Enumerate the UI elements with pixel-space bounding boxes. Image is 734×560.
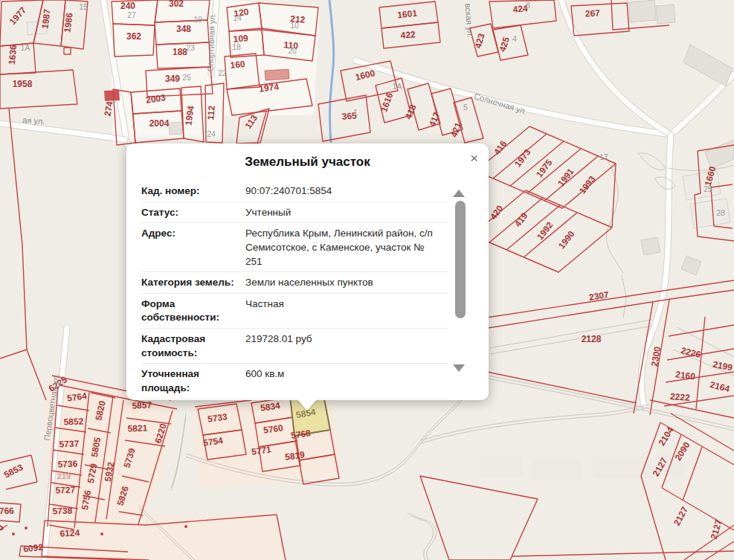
address-number-label: 24 xyxy=(207,129,216,138)
popup-field-list: Кад. номер: 90:07:240701:5854 Статус: Уч… xyxy=(141,181,448,400)
parcel-number-label: 348 xyxy=(176,24,191,34)
parcel-number-label: 2127 xyxy=(709,518,724,541)
parcel-boundary xyxy=(22,245,27,350)
parcel-number-label: 0 xyxy=(0,523,7,533)
parcel-number-label: 2222 xyxy=(669,391,690,403)
watermark-blob xyxy=(480,455,523,477)
parcel-boundary xyxy=(493,25,528,60)
scrollbar-thumb[interactable] xyxy=(455,201,466,318)
address-number-label: 15 xyxy=(79,2,88,11)
parcel-boundary xyxy=(571,3,629,36)
parcel-number-label: 267 xyxy=(585,7,600,19)
parcel-number-label: 160 xyxy=(230,59,246,71)
parcel-number-label: 1986 xyxy=(62,12,74,33)
parcel-boundary xyxy=(0,455,31,463)
address-number-label: 1 xyxy=(353,108,358,117)
map-line xyxy=(491,326,653,354)
parcel-boundary xyxy=(641,476,666,560)
track-line xyxy=(171,413,186,488)
parcel-boundary xyxy=(684,525,734,560)
popup-row: Форма собственности: Частная xyxy=(141,294,448,329)
parcel-number-label: 1636 xyxy=(7,44,19,65)
popup-row: Адрес: Республика Крым, Ленинский район,… xyxy=(141,223,448,272)
parcel-number-label: 422 xyxy=(400,29,416,41)
parcel-boundary xyxy=(31,455,37,482)
building xyxy=(628,0,656,22)
parcel-boundary xyxy=(487,372,637,403)
address-number-label: 10 xyxy=(290,21,299,30)
field-value: Республика Крым, Ленинский район, с/п Се… xyxy=(245,227,440,268)
parcel-number-label: 240 xyxy=(120,1,135,11)
parcel-boundary xyxy=(0,70,77,109)
field-value: Учтенный xyxy=(245,206,440,220)
parcel-number-label: 6124 xyxy=(59,527,80,538)
parcel-number-label: 2164 xyxy=(709,379,731,394)
popup-row: Кадастровая стоимость: 219728.01 руб xyxy=(141,329,448,364)
address-number-label: 19 xyxy=(193,15,202,24)
parcel-number-label: 1977 xyxy=(7,4,28,26)
parcel-boundary xyxy=(0,350,27,358)
building xyxy=(683,45,733,86)
field-value: Земли населенных пунктов xyxy=(245,276,440,290)
parcel-number-label: 2128 xyxy=(582,334,602,344)
road xyxy=(0,123,125,140)
parcel-number-label: 420 xyxy=(488,203,505,222)
parcel-number-label: 5852 xyxy=(63,416,83,428)
popup-row: Разрешенное xyxy=(141,399,448,401)
watermark-blob xyxy=(593,457,651,479)
scroll-down-icon[interactable] xyxy=(453,364,465,372)
popup-title: Земельный участок xyxy=(126,144,489,170)
parcel-number-label: 416 xyxy=(492,138,509,157)
address-number-label: 5 xyxy=(463,103,468,112)
cadastral-map-view: 1977198719861636195824030236234818834920… xyxy=(0,0,734,560)
popup-row: Кад. номер: 90:07:240701:5854 xyxy=(141,181,448,202)
scroll-up-icon[interactable] xyxy=(453,190,465,197)
address-number-label: 28 xyxy=(716,208,725,217)
parcel-boundary xyxy=(650,400,734,418)
parcel-number-label: 2090 xyxy=(673,440,692,463)
parcel-number-label: 2104 xyxy=(657,425,676,448)
address-number-label: 22 xyxy=(218,68,227,77)
parcel-boundary xyxy=(669,325,734,336)
parcel-boundary xyxy=(27,350,46,400)
building-red xyxy=(265,69,289,80)
parcel-number-label: 766 xyxy=(0,506,14,517)
building xyxy=(681,256,701,275)
parcel-number-label: 1958 xyxy=(13,79,33,89)
field-label: Кад. номер: xyxy=(141,184,245,199)
parcel-number-label: 425 xyxy=(497,36,512,54)
parcel-boundary xyxy=(6,482,37,489)
parcel-number-label: 2300 xyxy=(649,346,663,367)
field-label: Категория земель: xyxy=(141,276,245,290)
parcel-number-label: 2199 xyxy=(712,359,733,373)
faded-parcel-label: 219 xyxy=(57,472,71,481)
field-label: Адрес: xyxy=(141,227,245,268)
stream xyxy=(329,0,334,143)
parcel-number-label: 5736 xyxy=(57,459,77,470)
road-island xyxy=(638,153,666,170)
parcel-number-label: 1993 xyxy=(577,173,598,196)
road-edge xyxy=(668,165,734,170)
parcel-boundary xyxy=(512,551,734,556)
survey-point xyxy=(184,525,187,528)
parcel-number-label: 5821 xyxy=(127,423,147,434)
parcel-number-label: 362 xyxy=(126,31,141,42)
address-number-label: 25 xyxy=(182,73,191,82)
parcel-number-label: 2226 xyxy=(680,345,702,360)
parcel-info-popup: Земельный участок × Кад. номер: 90:07:24… xyxy=(126,144,489,400)
parcel-number-label: 5738 xyxy=(52,506,72,517)
address-number-label: 1А xyxy=(393,82,402,91)
close-icon[interactable]: × xyxy=(469,149,480,167)
address-number-label: 4 xyxy=(512,34,517,43)
field-label: Уточненная площадь: xyxy=(141,367,245,395)
parcel-number-label: 2307 xyxy=(588,289,610,303)
address-number-label: 1А xyxy=(21,43,30,52)
parcel-boundary xyxy=(64,48,71,54)
parcel-number-label: 2004 xyxy=(149,118,170,129)
field-value: 600 кв.м xyxy=(245,367,440,395)
field-label: Кадастровая стоимость: xyxy=(141,332,245,360)
popup-row: Уточненная площадь: 600 кв.м xyxy=(141,364,448,399)
popup-row: Категория земель: Земли населенных пункт… xyxy=(141,272,448,294)
address-number-label: 27 xyxy=(127,10,136,19)
parcel-number-label: 419 xyxy=(512,210,530,229)
